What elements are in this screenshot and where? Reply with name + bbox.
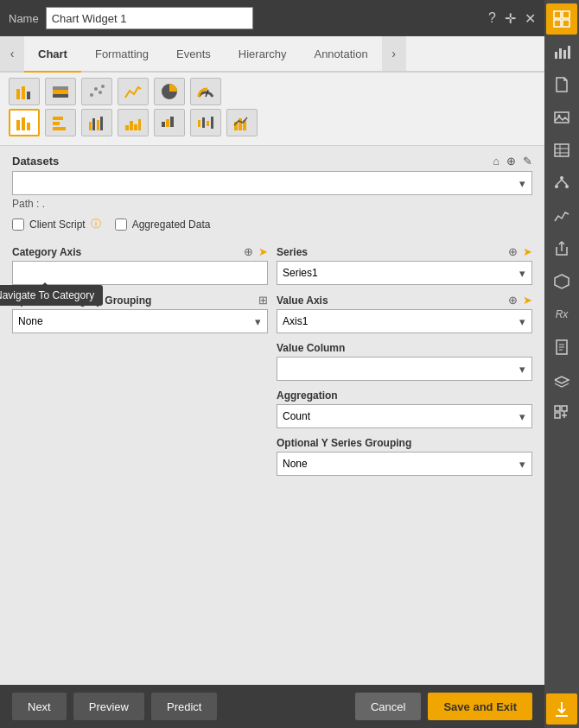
svg-rect-41: [559, 48, 562, 59]
save-exit-button[interactable]: Save and Exit: [428, 693, 532, 720]
sidebar-grid-plus-icon[interactable]: [546, 397, 577, 428]
svg-rect-25: [138, 119, 141, 130]
value-column-select-wrapper: [277, 357, 532, 381]
tab-annotation[interactable]: Annotation: [300, 36, 381, 73]
svg-rect-38: [554, 20, 561, 27]
preview-button[interactable]: Preview: [73, 693, 144, 720]
sidebar-hierarchy-icon[interactable]: [546, 168, 577, 199]
next-button[interactable]: Next: [12, 693, 67, 720]
svg-point-50: [560, 176, 563, 180]
sidebar-layers-icon[interactable]: [546, 364, 577, 396]
svg-rect-39: [563, 20, 569, 27]
path-row: Path : .: [12, 198, 532, 210]
chart-gauge[interactable]: [190, 78, 221, 105]
value-axis-select-wrapper: Axis1: [277, 309, 532, 333]
sidebar-widget-icon[interactable]: [546, 3, 577, 35]
optional-category-icon[interactable]: ⊞: [258, 294, 268, 307]
sidebar-network-icon[interactable]: [546, 266, 577, 297]
chart-icons-row-1: [9, 78, 536, 105]
datasets-icons: ⌂ ⊕ ✎: [493, 155, 532, 168]
category-axis-tree-icon[interactable]: ⊕: [244, 245, 253, 258]
category-axis-nav-icon[interactable]: ➤: [258, 245, 268, 258]
aggregated-data-label: Aggregated Data: [132, 218, 211, 231]
tab-scroll-left[interactable]: ‹: [0, 36, 24, 71]
chart-bar-active[interactable]: [9, 109, 40, 136]
datasets-home-icon[interactable]: ⌂: [493, 155, 499, 168]
chart-candlestick[interactable]: [190, 109, 221, 136]
client-script-info-icon: ⓘ: [91, 217, 101, 231]
navigate-to-category-tooltip: Navigate To Category: [0, 285, 103, 306]
chart-grouped-col[interactable]: [81, 109, 112, 136]
svg-rect-17: [53, 127, 66, 130]
svg-rect-34: [239, 118, 242, 130]
series-nav-icon[interactable]: ➤: [523, 245, 532, 258]
datasets-edit-icon[interactable]: ✎: [523, 155, 532, 168]
optional-y-series-group: Optional Y Series Grouping None: [277, 437, 532, 476]
svg-rect-15: [53, 117, 63, 120]
cancel-button[interactable]: Cancel: [355, 693, 421, 720]
tab-chart[interactable]: Chart: [24, 36, 81, 73]
aggregated-data-checkbox[interactable]: [115, 218, 127, 231]
datasets-select[interactable]: [12, 171, 532, 195]
datasets-label: Datasets: [12, 155, 59, 168]
tab-events[interactable]: Events: [162, 36, 225, 73]
svg-rect-24: [134, 124, 137, 130]
move-icon[interactable]: ✛: [505, 10, 516, 27]
chart-combined[interactable]: [226, 109, 258, 136]
value-column-group: Value Column: [277, 342, 532, 381]
chart-step-bar[interactable]: [118, 109, 149, 136]
sidebar-table-icon[interactable]: [546, 135, 577, 166]
svg-point-9: [101, 85, 105, 88]
value-axis-nav-icon[interactable]: ➤: [523, 294, 532, 307]
predict-button[interactable]: Predict: [151, 693, 217, 720]
optional-y-select[interactable]: None: [277, 452, 532, 476]
sidebar-download-icon[interactable]: [546, 693, 577, 725]
optional-category-select[interactable]: None: [12, 309, 268, 333]
close-icon[interactable]: ✕: [525, 10, 536, 27]
sidebar-metric-icon[interactable]: [546, 200, 577, 231]
series-group: Series ⊕ ➤ Series1: [277, 245, 532, 285]
name-input[interactable]: [46, 7, 253, 29]
tab-hierarchy[interactable]: Hierarchy: [225, 36, 301, 73]
svg-rect-62: [562, 406, 567, 411]
svg-rect-18: [89, 122, 92, 130]
series-select[interactable]: Series1: [277, 261, 532, 285]
chart-waterfall[interactable]: [154, 109, 185, 136]
optional-category-icons: ⊞: [258, 294, 268, 307]
chart-scatter[interactable]: [81, 78, 112, 105]
chart-bar-horizontal[interactable]: [45, 109, 76, 136]
value-column-label-row: Value Column: [277, 342, 532, 354]
tab-formatting[interactable]: Formatting: [81, 36, 162, 73]
sidebar-export-icon[interactable]: [546, 233, 577, 264]
aggregation-group: Aggregation Count: [277, 389, 532, 428]
sidebar-rx-icon[interactable]: Rx: [546, 299, 577, 330]
svg-marker-56: [555, 275, 569, 288]
svg-rect-27: [166, 119, 169, 127]
tab-scroll-right[interactable]: ›: [382, 36, 406, 71]
client-script-checkbox[interactable]: [12, 218, 24, 231]
chart-stacked-bar[interactable]: [45, 78, 76, 105]
content-area: Datasets ⌂ ⊕ ✎ Path : . Client Script ⓘ: [0, 146, 544, 685]
sidebar-document-icon[interactable]: [546, 69, 577, 100]
client-script-label: Client Script: [29, 218, 86, 231]
chart-icons-section: [0, 73, 544, 146]
aggregation-select[interactable]: Count: [277, 404, 532, 428]
svg-rect-42: [563, 50, 566, 59]
sidebar-report-icon[interactable]: [546, 332, 577, 363]
series-add-icon[interactable]: ⊕: [508, 245, 518, 258]
sidebar-chart-icon[interactable]: [546, 36, 577, 67]
help-icon[interactable]: ?: [488, 10, 496, 27]
category-axis-input[interactable]: [12, 261, 268, 285]
aggregated-data-row: Aggregated Data: [115, 217, 211, 231]
chart-bar-grouped[interactable]: [9, 78, 40, 105]
chart-line[interactable]: [118, 78, 149, 105]
aggregation-select-wrapper: Count: [277, 404, 532, 428]
datasets-add-icon[interactable]: ⊕: [506, 155, 516, 168]
value-axis-add-icon[interactable]: ⊕: [508, 294, 518, 307]
chart-pie[interactable]: [154, 78, 185, 105]
value-column-select[interactable]: [277, 357, 532, 381]
svg-rect-0: [16, 89, 20, 99]
sidebar-image-icon[interactable]: [546, 102, 577, 133]
value-axis-select[interactable]: Axis1: [277, 309, 532, 333]
name-label: Name: [9, 12, 39, 25]
